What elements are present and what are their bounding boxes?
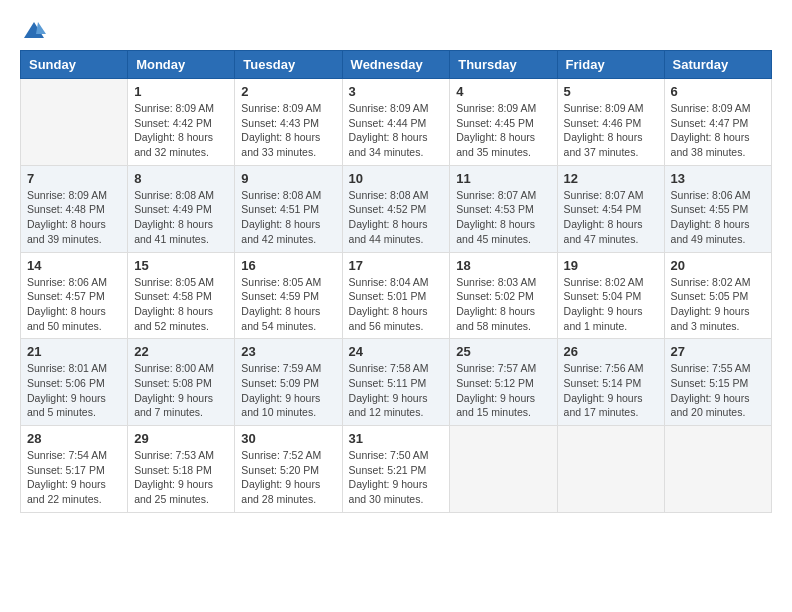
day-info: Sunrise: 8:07 AMSunset: 4:53 PMDaylight:… — [456, 188, 550, 247]
day-number: 21 — [27, 344, 121, 359]
weekday-header-wednesday: Wednesday — [342, 51, 450, 79]
day-info: Sunrise: 8:09 AMSunset: 4:44 PMDaylight:… — [349, 101, 444, 160]
week-row-5: 28Sunrise: 7:54 AMSunset: 5:17 PMDayligh… — [21, 426, 772, 513]
day-number: 29 — [134, 431, 228, 446]
day-info: Sunrise: 7:58 AMSunset: 5:11 PMDaylight:… — [349, 361, 444, 420]
calendar-cell: 31Sunrise: 7:50 AMSunset: 5:21 PMDayligh… — [342, 426, 450, 513]
calendar-cell: 3Sunrise: 8:09 AMSunset: 4:44 PMDaylight… — [342, 79, 450, 166]
day-number: 28 — [27, 431, 121, 446]
day-info: Sunrise: 8:03 AMSunset: 5:02 PMDaylight:… — [456, 275, 550, 334]
logo — [20, 20, 46, 40]
day-number: 15 — [134, 258, 228, 273]
day-number: 7 — [27, 171, 121, 186]
day-info: Sunrise: 8:08 AMSunset: 4:49 PMDaylight:… — [134, 188, 228, 247]
day-number: 10 — [349, 171, 444, 186]
day-info: Sunrise: 7:53 AMSunset: 5:18 PMDaylight:… — [134, 448, 228, 507]
calendar-cell: 15Sunrise: 8:05 AMSunset: 4:58 PMDayligh… — [128, 252, 235, 339]
day-info: Sunrise: 8:06 AMSunset: 4:57 PMDaylight:… — [27, 275, 121, 334]
calendar-cell: 9Sunrise: 8:08 AMSunset: 4:51 PMDaylight… — [235, 165, 342, 252]
day-number: 1 — [134, 84, 228, 99]
day-info: Sunrise: 8:04 AMSunset: 5:01 PMDaylight:… — [349, 275, 444, 334]
calendar-cell: 29Sunrise: 7:53 AMSunset: 5:18 PMDayligh… — [128, 426, 235, 513]
calendar-cell: 4Sunrise: 8:09 AMSunset: 4:45 PMDaylight… — [450, 79, 557, 166]
day-number: 23 — [241, 344, 335, 359]
calendar-cell: 6Sunrise: 8:09 AMSunset: 4:47 PMDaylight… — [664, 79, 771, 166]
calendar-cell: 17Sunrise: 8:04 AMSunset: 5:01 PMDayligh… — [342, 252, 450, 339]
calendar-cell: 21Sunrise: 8:01 AMSunset: 5:06 PMDayligh… — [21, 339, 128, 426]
calendar-cell: 24Sunrise: 7:58 AMSunset: 5:11 PMDayligh… — [342, 339, 450, 426]
day-info: Sunrise: 8:06 AMSunset: 4:55 PMDaylight:… — [671, 188, 765, 247]
weekday-header-sunday: Sunday — [21, 51, 128, 79]
day-info: Sunrise: 8:08 AMSunset: 4:52 PMDaylight:… — [349, 188, 444, 247]
day-number: 13 — [671, 171, 765, 186]
calendar-cell: 25Sunrise: 7:57 AMSunset: 5:12 PMDayligh… — [450, 339, 557, 426]
calendar-cell: 30Sunrise: 7:52 AMSunset: 5:20 PMDayligh… — [235, 426, 342, 513]
day-number: 14 — [27, 258, 121, 273]
calendar-cell — [450, 426, 557, 513]
calendar-cell: 12Sunrise: 8:07 AMSunset: 4:54 PMDayligh… — [557, 165, 664, 252]
calendar-cell: 1Sunrise: 8:09 AMSunset: 4:42 PMDaylight… — [128, 79, 235, 166]
day-number: 5 — [564, 84, 658, 99]
day-number: 8 — [134, 171, 228, 186]
day-number: 22 — [134, 344, 228, 359]
day-info: Sunrise: 8:01 AMSunset: 5:06 PMDaylight:… — [27, 361, 121, 420]
calendar-cell: 22Sunrise: 8:00 AMSunset: 5:08 PMDayligh… — [128, 339, 235, 426]
day-number: 4 — [456, 84, 550, 99]
day-number: 26 — [564, 344, 658, 359]
day-info: Sunrise: 7:55 AMSunset: 5:15 PMDaylight:… — [671, 361, 765, 420]
calendar-cell: 18Sunrise: 8:03 AMSunset: 5:02 PMDayligh… — [450, 252, 557, 339]
calendar-cell: 5Sunrise: 8:09 AMSunset: 4:46 PMDaylight… — [557, 79, 664, 166]
week-row-2: 7Sunrise: 8:09 AMSunset: 4:48 PMDaylight… — [21, 165, 772, 252]
calendar-cell — [557, 426, 664, 513]
calendar-cell: 10Sunrise: 8:08 AMSunset: 4:52 PMDayligh… — [342, 165, 450, 252]
day-info: Sunrise: 8:05 AMSunset: 4:58 PMDaylight:… — [134, 275, 228, 334]
calendar-cell: 2Sunrise: 8:09 AMSunset: 4:43 PMDaylight… — [235, 79, 342, 166]
calendar-cell: 7Sunrise: 8:09 AMSunset: 4:48 PMDaylight… — [21, 165, 128, 252]
day-info: Sunrise: 8:02 AMSunset: 5:04 PMDaylight:… — [564, 275, 658, 334]
calendar-cell: 19Sunrise: 8:02 AMSunset: 5:04 PMDayligh… — [557, 252, 664, 339]
calendar-cell: 28Sunrise: 7:54 AMSunset: 5:17 PMDayligh… — [21, 426, 128, 513]
day-info: Sunrise: 8:09 AMSunset: 4:46 PMDaylight:… — [564, 101, 658, 160]
day-number: 12 — [564, 171, 658, 186]
day-info: Sunrise: 8:05 AMSunset: 4:59 PMDaylight:… — [241, 275, 335, 334]
week-row-3: 14Sunrise: 8:06 AMSunset: 4:57 PMDayligh… — [21, 252, 772, 339]
logo-icon — [22, 20, 46, 40]
calendar-cell: 13Sunrise: 8:06 AMSunset: 4:55 PMDayligh… — [664, 165, 771, 252]
weekday-header-friday: Friday — [557, 51, 664, 79]
calendar-cell: 26Sunrise: 7:56 AMSunset: 5:14 PMDayligh… — [557, 339, 664, 426]
weekday-header-monday: Monday — [128, 51, 235, 79]
day-info: Sunrise: 7:52 AMSunset: 5:20 PMDaylight:… — [241, 448, 335, 507]
day-info: Sunrise: 7:56 AMSunset: 5:14 PMDaylight:… — [564, 361, 658, 420]
day-number: 6 — [671, 84, 765, 99]
day-info: Sunrise: 7:59 AMSunset: 5:09 PMDaylight:… — [241, 361, 335, 420]
day-number: 3 — [349, 84, 444, 99]
weekday-header-tuesday: Tuesday — [235, 51, 342, 79]
day-number: 18 — [456, 258, 550, 273]
day-number: 30 — [241, 431, 335, 446]
day-info: Sunrise: 7:54 AMSunset: 5:17 PMDaylight:… — [27, 448, 121, 507]
day-number: 9 — [241, 171, 335, 186]
calendar-cell: 14Sunrise: 8:06 AMSunset: 4:57 PMDayligh… — [21, 252, 128, 339]
day-info: Sunrise: 8:00 AMSunset: 5:08 PMDaylight:… — [134, 361, 228, 420]
day-info: Sunrise: 8:08 AMSunset: 4:51 PMDaylight:… — [241, 188, 335, 247]
day-info: Sunrise: 8:09 AMSunset: 4:47 PMDaylight:… — [671, 101, 765, 160]
day-info: Sunrise: 7:50 AMSunset: 5:21 PMDaylight:… — [349, 448, 444, 507]
day-number: 19 — [564, 258, 658, 273]
svg-marker-1 — [36, 22, 46, 34]
calendar-cell — [21, 79, 128, 166]
day-info: Sunrise: 8:09 AMSunset: 4:48 PMDaylight:… — [27, 188, 121, 247]
calendar-cell: 27Sunrise: 7:55 AMSunset: 5:15 PMDayligh… — [664, 339, 771, 426]
day-number: 31 — [349, 431, 444, 446]
weekday-header-row: SundayMondayTuesdayWednesdayThursdayFrid… — [21, 51, 772, 79]
day-number: 25 — [456, 344, 550, 359]
calendar-cell: 23Sunrise: 7:59 AMSunset: 5:09 PMDayligh… — [235, 339, 342, 426]
day-info: Sunrise: 8:09 AMSunset: 4:43 PMDaylight:… — [241, 101, 335, 160]
calendar-cell — [664, 426, 771, 513]
day-number: 20 — [671, 258, 765, 273]
day-number: 17 — [349, 258, 444, 273]
day-number: 2 — [241, 84, 335, 99]
day-info: Sunrise: 8:07 AMSunset: 4:54 PMDaylight:… — [564, 188, 658, 247]
week-row-4: 21Sunrise: 8:01 AMSunset: 5:06 PMDayligh… — [21, 339, 772, 426]
header — [20, 20, 772, 40]
calendar-cell: 16Sunrise: 8:05 AMSunset: 4:59 PMDayligh… — [235, 252, 342, 339]
